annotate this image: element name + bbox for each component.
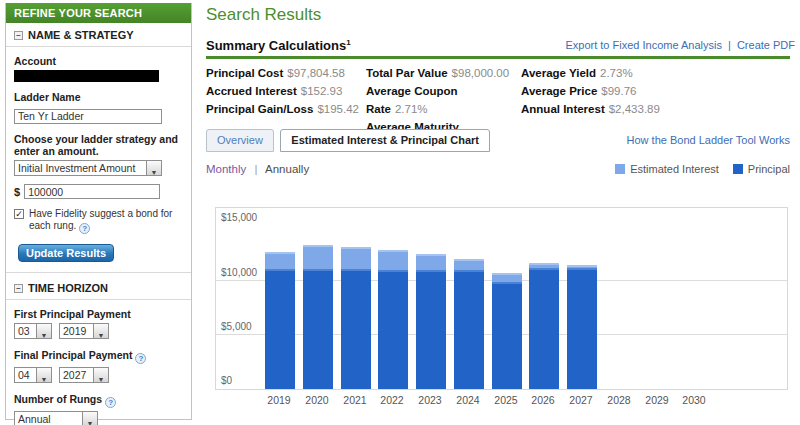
- frequency-monthly-link[interactable]: Monthly: [206, 163, 246, 175]
- suggest-bond-label: Have Fidelity suggest a bond for each ru…: [29, 208, 184, 234]
- section-time-horizon[interactable]: TIME HORIZON: [6, 276, 191, 300]
- stat-value: $2,433.89: [609, 103, 660, 115]
- tab-overview[interactable]: Overview: [206, 129, 274, 152]
- stacked-bar-2020[interactable]: [303, 245, 333, 389]
- legend-swatch-icon: [615, 164, 625, 174]
- frequency-separator: |: [254, 163, 257, 175]
- final-payment-year-value: 2027: [60, 368, 93, 382]
- link-separator: |: [728, 39, 731, 51]
- help-icon[interactable]: [79, 223, 90, 234]
- legend-label: Estimated Interest: [630, 163, 719, 175]
- x-axis-tick-label: 2028: [599, 394, 639, 406]
- first-payment-month-value: 03: [15, 324, 36, 338]
- stacked-bar-2021[interactable]: [341, 247, 371, 389]
- currency-symbol: $: [14, 186, 20, 198]
- first-payment-row: 03 2019: [14, 323, 183, 339]
- stacked-bar-2022[interactable]: [378, 250, 408, 389]
- first-payment-year-select[interactable]: 2019: [59, 323, 109, 339]
- final-payment-month-select[interactable]: 04: [14, 367, 52, 383]
- export-links: Export to Fixed Income Analysis | Create…: [565, 39, 795, 51]
- principal-segment: [454, 270, 484, 389]
- summary-title: Summary Calculations1: [206, 38, 351, 53]
- chevron-down-icon[interactable]: [93, 368, 108, 382]
- amount-input[interactable]: [24, 184, 160, 199]
- x-axis-tick-label: 2027: [561, 394, 601, 406]
- create-pdf-link[interactable]: Create PDF: [737, 39, 795, 51]
- final-payment-label: Final Principal Payment: [14, 349, 183, 364]
- stat-item: Principal Cost$97,804.58: [206, 64, 366, 82]
- name-strategy-body: Account Ladder Name Choose your ladder s…: [6, 47, 191, 262]
- stat-value: $99.76: [601, 85, 636, 97]
- green-divider: [206, 56, 790, 59]
- strategy-select[interactable]: Initial Investment Amount: [14, 160, 162, 176]
- chevron-down-icon[interactable]: [93, 324, 108, 338]
- stat-value: $152.93: [301, 85, 343, 97]
- ladder-name-label: Ladder Name: [14, 91, 183, 103]
- bond-ladder-tool-screen: REFINE YOUR SEARCH NAME & STRATEGY Accou…: [0, 0, 800, 425]
- stat-item: Average Coupon Rate2.71%: [366, 82, 521, 118]
- update-results-button-top[interactable]: Update Results: [18, 244, 114, 262]
- principal-segment: [492, 282, 522, 389]
- stacked-bar-2026[interactable]: [529, 263, 559, 389]
- stat-value: $98,000.00: [452, 67, 510, 79]
- final-payment-row: 04 2027: [14, 367, 183, 383]
- chart-x-axis-labels: 2019202020212022202320242025202620272028…: [215, 394, 788, 407]
- x-axis-tick-label: 2025: [486, 394, 526, 406]
- stat-label: Average Yield: [521, 67, 596, 79]
- collapse-minus-icon[interactable]: [14, 31, 23, 40]
- stat-value: 2.71%: [395, 103, 428, 115]
- x-axis-tick-label: 2023: [410, 394, 450, 406]
- stacked-bar-2025[interactable]: [492, 273, 522, 389]
- chevron-down-icon[interactable]: [36, 368, 51, 382]
- chevron-down-icon[interactable]: [36, 324, 51, 338]
- account-value-redacted: [14, 70, 159, 82]
- summary-footnote-marker: 1: [346, 38, 350, 47]
- principal-segment: [416, 270, 446, 389]
- y-axis-tick-label: $5,000: [221, 321, 252, 332]
- stacked-bar-2027[interactable]: [567, 265, 597, 389]
- stacked-bar-2024[interactable]: [454, 259, 484, 389]
- x-axis-tick-label: 2020: [297, 394, 337, 406]
- section-name-strategy[interactable]: NAME & STRATEGY: [6, 23, 191, 47]
- principal-segment: [378, 270, 408, 389]
- principal-segment: [341, 269, 371, 389]
- section-divider: [6, 272, 191, 273]
- stat-label: Average Price: [521, 85, 597, 97]
- chart-legend: Estimated InterestPrincipal: [615, 163, 790, 175]
- stacked-bar-2019[interactable]: [265, 252, 295, 389]
- x-axis-tick-label: 2024: [448, 394, 488, 406]
- how-bond-ladder-works-link[interactable]: How the Bond Ladder Tool Works: [627, 134, 790, 146]
- legend-item: Estimated Interest: [615, 163, 719, 175]
- summary-header-row: Summary Calculations1 Export to Fixed In…: [206, 36, 795, 54]
- first-payment-year-value: 2019: [60, 324, 93, 338]
- collapse-minus-icon[interactable]: [14, 284, 23, 293]
- section-time-horizon-label: TIME HORIZON: [28, 282, 108, 294]
- final-payment-year-select[interactable]: 2027: [59, 367, 109, 383]
- principal-segment: [567, 268, 597, 389]
- strategy-label: Choose your ladder strategy and enter an…: [14, 133, 186, 157]
- time-horizon-body: First Principal Payment 03 2019 Final Pr…: [6, 300, 191, 425]
- stat-item: Average Price$99.76: [521, 82, 660, 100]
- principal-segment: [265, 269, 295, 389]
- stacked-bar-2023[interactable]: [416, 254, 446, 389]
- help-icon[interactable]: [135, 353, 146, 364]
- stat-item: Annual Interest$2,433.89: [521, 100, 660, 118]
- refine-search-header: REFINE YOUR SEARCH: [6, 3, 191, 23]
- tabs-row: Overview Estimated Interest & Principal …: [206, 129, 795, 153]
- stat-item: Principal Gain/Loss$195.42: [206, 100, 366, 118]
- x-axis-tick-label: 2026: [523, 394, 563, 406]
- frequency-annually-selected[interactable]: Annually: [265, 163, 309, 175]
- first-payment-month-select[interactable]: 03: [14, 323, 52, 339]
- suggest-bond-checkbox[interactable]: [14, 209, 24, 219]
- tab-estimated-interest-principal-chart[interactable]: Estimated Interest & Principal Chart: [280, 129, 490, 152]
- export-fixed-income-link[interactable]: Export to Fixed Income Analysis: [565, 39, 722, 51]
- stat-label: Accrued Interest: [206, 85, 297, 97]
- chevron-down-icon[interactable]: [82, 412, 97, 425]
- rungs-select[interactable]: Annual: [14, 411, 98, 425]
- chevron-down-icon[interactable]: [146, 161, 161, 175]
- help-icon[interactable]: [105, 397, 116, 408]
- ladder-name-input[interactable]: [14, 109, 162, 124]
- account-label: Account: [14, 55, 183, 67]
- frequency-toggle-row: Monthly | Annually Estimated InterestPri…: [206, 163, 795, 177]
- rungs-label: Number of Rungs: [14, 393, 183, 408]
